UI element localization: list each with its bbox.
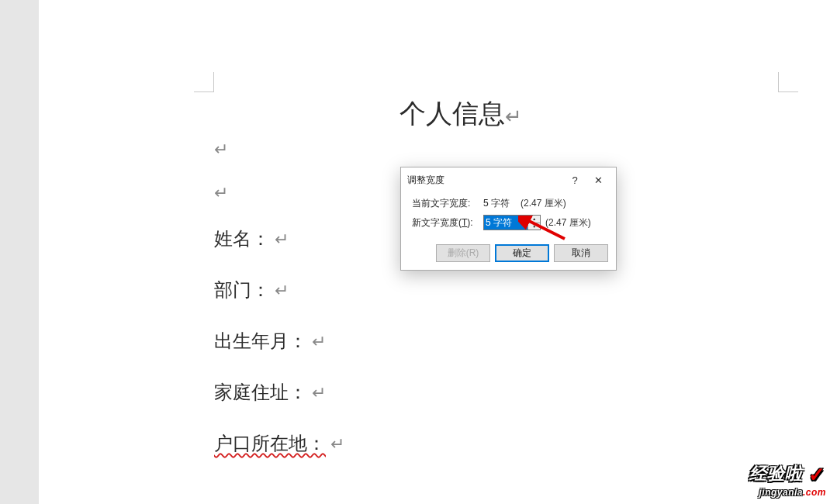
field-line-birthdate: 出生年月： ↵ <box>214 329 344 354</box>
watermark-line2: jingyanla.com <box>749 487 826 498</box>
adjust-width-dialog: 调整宽度 ? ✕ 当前文字宽度: 5 字符 (2.47 厘米) 新文字宽度(T)… <box>400 167 617 271</box>
title-text: 个人信息 <box>399 99 505 128</box>
field-label: 出生年月： <box>214 331 307 351</box>
page-title[interactable]: 个人信息↵ <box>399 96 522 132</box>
margin-corner-tl <box>194 72 214 92</box>
pilcrow-icon: ↵ <box>214 140 228 159</box>
new-width-label: 新文字宽度(T): <box>412 216 483 230</box>
pilcrow-icon: ↵ <box>275 281 289 300</box>
current-width-value: 5 字符 <box>483 197 521 210</box>
current-width-cm: (2.47 厘米) <box>521 197 566 210</box>
close-button[interactable]: ✕ <box>586 172 610 188</box>
delete-button[interactable]: 删除(R) <box>436 244 490 262</box>
pilcrow-icon: ↵ <box>214 183 228 202</box>
field-line-department: 部门： ↵ <box>214 278 344 302</box>
spinner-buttons: ▲ ▼ <box>527 216 540 230</box>
dialog-body: 当前文字宽度: 5 字符 (2.47 厘米) 新文字宽度(T): 5 字符 ▲ … <box>401 192 616 238</box>
cancel-button[interactable]: 取消 <box>554 244 608 262</box>
pilcrow-icon: ↵ <box>275 230 289 249</box>
pilcrow-icon: ↵ <box>330 434 344 454</box>
help-icon: ? <box>572 174 577 186</box>
dialog-buttons: 删除(R) 确定 取消 <box>401 238 616 270</box>
field-line-name: 姓名： ↵ <box>214 226 344 251</box>
field-label: 部门： <box>214 280 270 300</box>
help-button[interactable]: ? <box>563 172 586 188</box>
field-label: 姓名： <box>214 229 270 249</box>
spinner-up-button[interactable]: ▲ <box>528 216 540 223</box>
current-width-label: 当前文字宽度: <box>412 197 483 210</box>
dialog-title: 调整宽度 <box>407 174 563 187</box>
current-width-row: 当前文字宽度: 5 字符 (2.47 厘米) <box>412 197 607 210</box>
pilcrow-icon: ↵ <box>312 383 326 402</box>
field-line-address: 家庭住址： ↵ <box>214 380 344 405</box>
ok-button[interactable]: 确定 <box>495 244 549 262</box>
new-width-input[interactable]: 5 字符 ▲ ▼ <box>483 215 541 230</box>
spinner-down-button[interactable]: ▼ <box>528 223 540 230</box>
close-icon: ✕ <box>594 174 603 186</box>
field-label: 家庭住址： <box>214 382 307 402</box>
new-width-value: 5 字符 <box>484 216 527 230</box>
pilcrow-icon: ↵ <box>312 332 326 351</box>
new-width-row: 新文字宽度(T): 5 字符 ▲ ▼ (2.47 厘米) <box>412 215 607 230</box>
empty-line: ↵ <box>214 183 344 203</box>
new-width-cm: (2.47 厘米) <box>545 216 591 230</box>
pilcrow-icon: ↵ <box>505 105 522 128</box>
watermark-line1: 经验啦 ✓ <box>749 462 826 487</box>
field-label-spellcheck: 户口所在地： <box>214 433 326 454</box>
empty-line: ↵ <box>214 140 344 160</box>
check-icon: ✓ <box>808 463 826 487</box>
watermark: 经验啦 ✓ jingyanla.com <box>749 462 826 498</box>
margin-corner-tr <box>778 72 798 92</box>
dialog-titlebar[interactable]: 调整宽度 ? ✕ <box>401 167 616 192</box>
field-line-hukou: 户口所在地： ↵ <box>214 431 344 456</box>
document-body[interactable]: ↵ ↵ 姓名： ↵ 部门： ↵ 出生年月： ↵ 家庭住址： ↵ 户口所在地： ↵ <box>214 140 344 482</box>
